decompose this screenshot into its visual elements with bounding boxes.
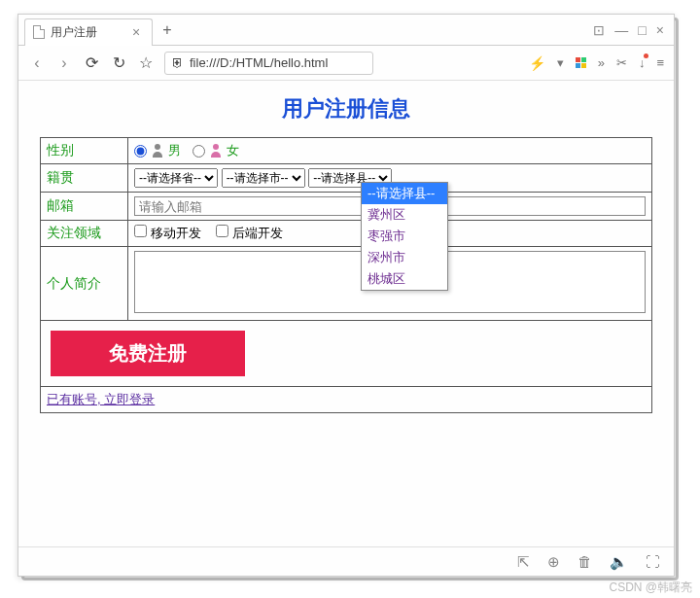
star-icon[interactable]: ☆ (137, 53, 155, 72)
select-city[interactable]: --请选择市-- (222, 168, 305, 188)
chk-backend-label: 后端开发 (232, 226, 283, 240)
label-native: 籍贯 (41, 164, 128, 193)
chk-mobile-label: 移动开发 (151, 226, 201, 240)
download-icon[interactable]: ↓ (639, 55, 646, 70)
titlebar: 用户注册 × + ⊡ — □ × (18, 15, 674, 46)
close-icon[interactable]: × (656, 22, 664, 38)
chk-backend[interactable] (216, 225, 228, 237)
label-email: 邮箱 (41, 193, 128, 221)
submit-button[interactable]: 免费注册 (51, 331, 245, 376)
sound-icon[interactable]: 🔈 (610, 553, 628, 571)
reload-button[interactable]: ⟳ (83, 53, 100, 72)
county-option[interactable]: --请选择县-- (362, 183, 447, 204)
file-icon (33, 25, 45, 39)
browser-window: 用户注册 × + ⊡ — □ × ‹ › ⟳ ↻ ☆ ⛨ file:///D:/… (18, 14, 675, 577)
female-label: 女 (227, 142, 239, 159)
new-tab-button[interactable]: + (153, 21, 181, 39)
female-icon (209, 144, 223, 158)
row-login: 已有账号, 立即登录 (41, 387, 652, 413)
url-field[interactable]: ⛨ file:///D:/HTML/hello.html (164, 52, 373, 75)
county-option[interactable]: 冀州区 (362, 204, 447, 226)
county-option[interactable]: 桃城区 (362, 268, 447, 290)
urlbar: ‹ › ⟳ ↻ ☆ ⛨ file:///D:/HTML/hello.html ⚡… (18, 46, 674, 81)
county-dropdown: --请选择县-- 冀州区 枣强市 深州市 桃城区 (361, 182, 448, 291)
male-icon (151, 144, 164, 158)
url-text: file:///D:/HTML/hello.html (190, 55, 328, 70)
reload2-button[interactable]: ↻ (110, 53, 127, 72)
trash-icon[interactable]: 🗑 (578, 553, 592, 570)
scissors-icon[interactable]: ✂ (616, 55, 627, 70)
browser-tab[interactable]: 用户注册 × (24, 18, 153, 46)
tab-title: 用户注册 (51, 24, 97, 41)
male-label: 男 (168, 142, 181, 159)
row-interest: 关注领域 移动开发 后端开发 (41, 221, 652, 247)
pin-icon[interactable]: ⊡ (593, 22, 605, 38)
fullscreen-icon[interactable]: ⛶ (646, 553, 660, 570)
chk-mobile[interactable] (134, 225, 147, 237)
watermark: CSDN @韩曙亮 (609, 580, 692, 596)
label-intro: 个人简介 (41, 247, 128, 321)
grid-icon[interactable] (576, 57, 586, 68)
label-interest: 关注领域 (41, 221, 128, 247)
login-link[interactable]: 已有账号, 立即登录 (47, 392, 155, 406)
more-icon[interactable]: » (598, 55, 605, 70)
row-submit: 免费注册 (41, 321, 652, 387)
tab-close-icon[interactable]: × (132, 24, 140, 40)
county-option[interactable]: 枣强市 (362, 226, 447, 247)
radio-male[interactable] (134, 145, 147, 158)
row-intro: 个人简介 (41, 247, 652, 321)
county-option[interactable]: 深州市 (362, 247, 447, 268)
status-icon-1[interactable]: ⇱ (517, 553, 530, 571)
forward-button[interactable]: › (55, 54, 73, 72)
status-bar: ⇱ ⊕ 🗑 🔈 ⛶ (18, 546, 674, 576)
row-native: 籍贯 --请选择省-- --请选择市-- --请选择县-- (41, 164, 652, 193)
label-gender: 性别 (41, 138, 128, 164)
row-gender: 性别 男 女 (41, 138, 652, 164)
shield-icon: ⛨ (171, 55, 184, 70)
minimize-icon[interactable]: — (614, 22, 628, 38)
select-province[interactable]: --请选择省-- (134, 168, 218, 188)
maximize-icon[interactable]: □ (638, 22, 646, 38)
back-button[interactable]: ‹ (28, 54, 46, 72)
page-title: 用户注册信息 (24, 94, 668, 123)
menu-icon[interactable]: ≡ (656, 55, 664, 70)
page-content: 用户注册信息 性别 男 女 籍贯 (18, 81, 674, 546)
radio-female[interactable] (192, 145, 205, 158)
form-table: 性别 男 女 籍贯 --请选择省-- (40, 137, 652, 413)
row-email: 邮箱 (41, 193, 652, 221)
dropdown-icon[interactable]: ▾ (557, 55, 564, 70)
status-icon-2[interactable]: ⊕ (547, 553, 560, 571)
lightning-icon[interactable]: ⚡ (529, 55, 545, 71)
